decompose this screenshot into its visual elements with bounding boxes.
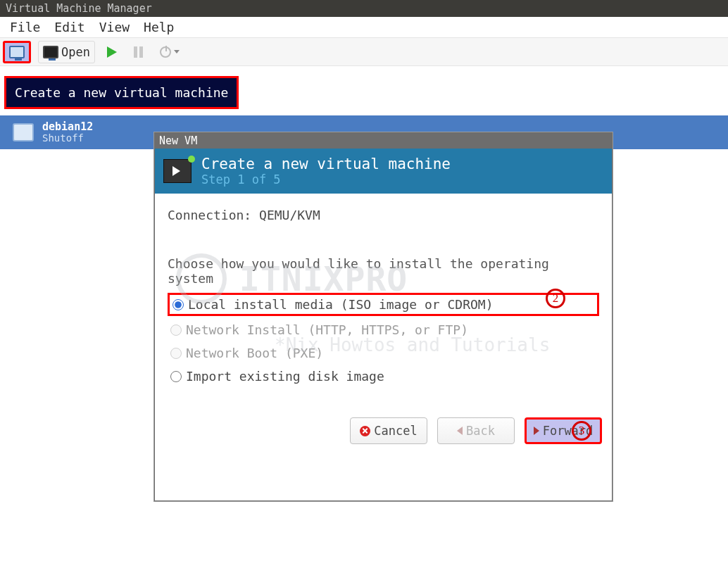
wizard-titlebar: New VM <box>155 133 612 149</box>
radio-import-disk[interactable] <box>170 371 182 382</box>
radio-pxe[interactable] <box>170 348 182 359</box>
wizard-title: New VM <box>159 134 197 147</box>
toolbar: Open <box>0 38 728 66</box>
cancel-button[interactable]: Cancel <box>350 417 427 444</box>
wizard-step: Step 1 of 5 <box>201 172 451 187</box>
menu-view[interactable]: View <box>94 18 135 36</box>
option-network-label: Network Install (HTTP, HTTPS, or FTP) <box>186 322 468 337</box>
wizard-header-icon <box>163 159 192 183</box>
open-label: Open <box>61 45 90 59</box>
radio-network-install[interactable] <box>170 324 182 336</box>
wizard-footer: Cancel Back Forward 3 <box>350 417 602 444</box>
monitor-new-icon <box>9 46 25 58</box>
new-vm-wizard: New VM Create a new virtual machine Step… <box>154 132 613 501</box>
menu-edit[interactable]: Edit <box>49 18 90 36</box>
pause-button[interactable] <box>129 41 148 63</box>
menu-help[interactable]: Help <box>138 18 180 36</box>
option-import-label: Import existing disk image <box>186 369 384 384</box>
option-local-media[interactable]: Local install media (ISO image or CDROM) <box>168 293 599 316</box>
option-pxe-label: Network Boot (PXE) <box>186 346 323 360</box>
run-button[interactable] <box>102 41 122 63</box>
wizard-body: ITNIXPRO *Nix Howtos and Tutorials Conne… <box>155 194 612 454</box>
forward-icon <box>534 427 539 435</box>
connection-label: Connection: QEMU/KVM <box>168 208 599 222</box>
back-button[interactable]: Back <box>437 417 515 444</box>
monitor-icon <box>43 46 58 58</box>
cancel-icon <box>360 426 370 436</box>
new-vm-button[interactable] <box>3 41 31 63</box>
choose-label: Choose how you would like to install the… <box>168 256 599 286</box>
annotation-3: 3 <box>572 421 591 441</box>
power-menu-button[interactable] <box>155 41 184 63</box>
tooltip-new-vm: Create a new virtual machine <box>4 76 239 109</box>
vm-name: debian12 <box>42 121 93 133</box>
option-pxe[interactable]: Network Boot (PXE) <box>168 343 599 362</box>
option-network-install[interactable]: Network Install (HTTP, HTTPS, or FTP) <box>168 320 599 339</box>
menu-file[interactable]: File <box>4 18 46 36</box>
chevron-down-icon <box>174 50 180 53</box>
back-icon <box>457 427 463 435</box>
open-vm-button[interactable]: Open <box>38 41 95 63</box>
pause-icon <box>134 46 143 58</box>
power-icon <box>160 46 171 58</box>
vm-thumbnail-icon <box>13 123 34 141</box>
option-local-label: Local install media (ISO image or CDROM) <box>188 297 493 312</box>
radio-local-media[interactable] <box>172 299 184 310</box>
window-titlebar: Virtual Machine Manager <box>0 0 728 17</box>
annotation-2: 2 <box>546 289 565 308</box>
wizard-header: Create a new virtual machine Step 1 of 5 <box>155 149 612 194</box>
play-icon <box>107 46 117 58</box>
wizard-heading: Create a new virtual machine <box>201 156 451 172</box>
window-title: Virtual Machine Manager <box>6 2 152 15</box>
option-import-disk[interactable]: Import existing disk image <box>168 367 599 386</box>
back-label: Back <box>466 424 495 438</box>
forward-button[interactable]: Forward 3 <box>525 417 602 444</box>
cancel-label: Cancel <box>374 424 417 438</box>
menubar: File Edit View Help <box>0 17 728 38</box>
vm-status: Shutoff <box>42 133 93 144</box>
tooltip-text: Create a new virtual machine <box>15 85 228 100</box>
